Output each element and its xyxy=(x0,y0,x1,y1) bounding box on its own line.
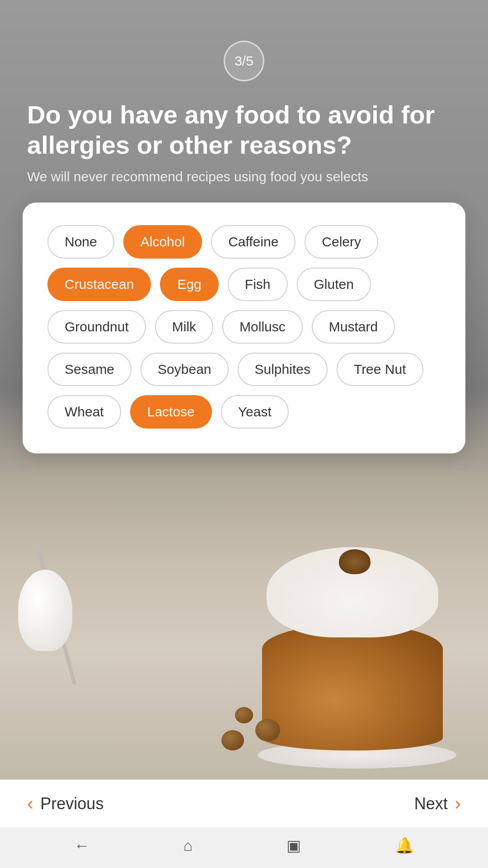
step-text: 3/5 xyxy=(235,53,253,69)
chip-sesame[interactable]: Sesame xyxy=(47,353,131,386)
chip-mustard[interactable]: Mustard xyxy=(312,310,395,344)
bottom-nav: ‹ Previous Next › ← ⌂ ▣ 🔔 xyxy=(0,779,488,868)
right-arrow-icon: › xyxy=(455,793,461,814)
chip-tree-nut[interactable]: Tree Nut xyxy=(337,353,423,386)
chip-wheat[interactable]: Wheat xyxy=(47,395,121,429)
step-indicator: 3/5 xyxy=(224,41,264,81)
back-icon[interactable]: ← xyxy=(74,837,89,854)
previous-button[interactable]: ‹ Previous xyxy=(27,793,103,814)
recent-apps-icon[interactable]: ▣ xyxy=(286,836,301,854)
cup-decoration xyxy=(18,570,72,651)
next-label: Next xyxy=(414,794,448,813)
chip-mollusc[interactable]: Mollusc xyxy=(222,310,303,344)
chip-groundnut[interactable]: Groundnut xyxy=(47,310,146,344)
chip-milk[interactable]: Milk xyxy=(155,310,213,344)
question-section: Do you have any food to avoid for allerg… xyxy=(0,99,488,184)
question-subtitle: We will never recommend recipes using fo… xyxy=(27,169,461,184)
nav-buttons: ‹ Previous Next › xyxy=(0,779,488,827)
cake-visual xyxy=(235,524,452,778)
chip-caffeine[interactable]: Caffeine xyxy=(211,225,296,259)
next-button[interactable]: Next › xyxy=(414,793,461,814)
chip-sulphites[interactable]: Sulphites xyxy=(238,353,328,386)
main-content: 3/5 Do you have any food to avoid for al… xyxy=(0,0,488,453)
home-icon[interactable]: ⌂ xyxy=(183,837,193,854)
notification-icon[interactable]: 🔔 xyxy=(395,836,414,854)
chip-yeast[interactable]: Yeast xyxy=(221,395,289,429)
question-title: Do you have any food to avoid for allerg… xyxy=(27,99,461,160)
previous-label: Previous xyxy=(40,794,103,813)
chips-container: NoneAlcoholCaffeineCeleryCrustaceanEggFi… xyxy=(47,225,441,429)
chip-soybean[interactable]: Soybean xyxy=(141,353,228,386)
system-bar: ← ⌂ ▣ 🔔 xyxy=(0,827,488,868)
left-arrow-icon: ‹ xyxy=(27,793,33,814)
chip-gluten[interactable]: Gluten xyxy=(297,268,371,301)
cake-decoration xyxy=(0,461,488,778)
chip-crustacean[interactable]: Crustacean xyxy=(47,268,151,301)
chip-alcohol[interactable]: Alcohol xyxy=(123,225,202,259)
chip-fish[interactable]: Fish xyxy=(228,268,288,301)
chip-egg[interactable]: Egg xyxy=(160,268,218,301)
allergen-card: NoneAlcoholCaffeineCeleryCrustaceanEggFi… xyxy=(23,203,465,453)
chip-none[interactable]: None xyxy=(47,225,114,259)
chip-lactose[interactable]: Lactose xyxy=(130,395,212,429)
chip-celery[interactable]: Celery xyxy=(305,225,378,259)
